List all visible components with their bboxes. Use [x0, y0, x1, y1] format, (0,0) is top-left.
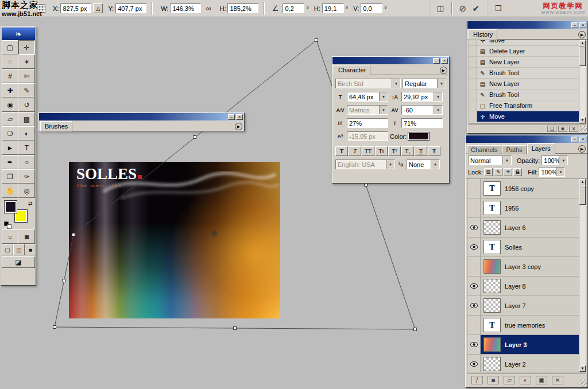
resize-grip[interactable] — [580, 380, 587, 387]
tool-pen[interactable]: ✒ — [2, 155, 18, 169]
tool-clone-stamp[interactable]: ◉ — [2, 98, 18, 112]
delete-state-button[interactable]: ✕ — [569, 126, 578, 132]
small-caps-button[interactable]: Tt — [375, 146, 388, 156]
lock-position-button[interactable]: ✛ — [504, 168, 512, 176]
layer-visibility-toggle[interactable] — [467, 296, 481, 315]
tool-hand[interactable]: ✋ — [2, 184, 18, 198]
brushes-titlebar[interactable]: – × — [39, 113, 244, 120]
history-source-box[interactable] — [469, 100, 477, 111]
minimize-button[interactable]: – — [571, 137, 578, 142]
close-button[interactable]: × — [579, 137, 586, 142]
adobe-online-button[interactable]: ❧ — [2, 28, 35, 40]
scrollbar-thumb[interactable] — [579, 46, 586, 66]
fill-select[interactable]: 100%▼ — [539, 167, 565, 177]
y-input[interactable]: 407,7 px — [115, 3, 146, 13]
tool-eyedropper[interactable]: ✑ — [18, 169, 35, 184]
layer-row[interactable]: T1956 copy — [467, 179, 579, 199]
commit-transform-button[interactable]: ✔ — [470, 3, 482, 14]
lock-transparency-button[interactable]: ▨ — [484, 168, 493, 176]
history-source-box[interactable] — [469, 68, 477, 78]
tool-notes[interactable]: ❐ — [2, 169, 18, 184]
blend-mode-select[interactable]: Normal▼ — [468, 155, 512, 165]
layer-row[interactable]: TSolles — [467, 238, 579, 257]
tab-brushes[interactable]: Brushes — [40, 121, 72, 131]
text-color-swatch[interactable] — [408, 133, 429, 140]
all-caps-button[interactable]: TT — [362, 146, 374, 156]
adjustment-layer-button[interactable]: ◐ — [520, 376, 531, 384]
layer-row[interactable]: TLayer 3 copy — [467, 257, 579, 277]
scroll-up-icon[interactable]: ▲ — [579, 40, 586, 46]
palette-menu-button[interactable]: ▶ — [235, 123, 242, 130]
imageready-jump-icon[interactable]: ❒ — [493, 4, 504, 13]
history-item[interactable]: ✛Move — [469, 111, 579, 122]
hskew-input[interactable]: 19,1 — [322, 3, 344, 13]
dropdown-arrow-icon[interactable]: ▼ — [379, 92, 388, 101]
history-titlebar[interactable]: – × — [467, 21, 587, 29]
layer-row[interactable]: TLayer 6 — [467, 218, 579, 238]
transform-handle[interactable] — [194, 136, 196, 139]
tool-healing-brush[interactable]: ✚ — [2, 83, 18, 98]
layer-visibility-toggle[interactable] — [467, 199, 481, 217]
jump-to-imageready-button[interactable]: ◪ — [2, 256, 35, 268]
dropdown-arrow-icon[interactable]: ▼ — [434, 92, 442, 101]
height-input[interactable]: 185,2% — [227, 3, 258, 13]
layer-thumbnail[interactable]: T — [483, 181, 501, 196]
dropdown-arrow-icon[interactable]: ▼ — [431, 160, 439, 169]
x-input[interactable]: 827,5 px — [60, 3, 91, 13]
layer-visibility-toggle[interactable] — [467, 355, 481, 372]
lock-all-button[interactable] — [513, 168, 522, 176]
tab-history[interactable]: History — [469, 29, 497, 40]
layer-visibility-toggle[interactable] — [467, 257, 481, 276]
layer-thumbnail[interactable]: T — [483, 240, 501, 254]
history-scrollbar[interactable]: ▲ ▼ — [579, 40, 586, 124]
layer-visibility-toggle[interactable] — [467, 238, 481, 256]
new-snapshot-button[interactable]: ◙ — [558, 126, 567, 132]
layer-visibility-toggle[interactable] — [467, 316, 481, 334]
tool-ellipse[interactable]: ○ — [18, 155, 35, 169]
transform-handle[interactable] — [63, 279, 65, 282]
quick-mask-mode-button[interactable]: ◙ — [18, 229, 35, 244]
transform-handle[interactable] — [414, 328, 417, 331]
palette-menu-button[interactable]: ▶ — [578, 145, 586, 153]
close-button[interactable]: × — [441, 58, 448, 64]
history-source-box[interactable] — [469, 46, 477, 56]
scroll-down-icon[interactable]: ▼ — [579, 365, 586, 372]
tool-history-brush[interactable]: ↺ — [18, 98, 35, 112]
layers-scrollbar[interactable]: ▲ ▼ — [579, 178, 586, 372]
layer-row[interactable]: TLayer 3 — [467, 335, 579, 355]
layer-row[interactable]: TLayer 8 — [467, 277, 579, 296]
dropdown-arrow-icon[interactable]: ▼ — [392, 79, 400, 88]
minimize-button[interactable]: – — [571, 22, 578, 28]
tool-eraser[interactable]: ▱ — [2, 112, 18, 126]
dropdown-arrow-icon[interactable]: ▼ — [386, 160, 394, 169]
default-colors-icon[interactable] — [7, 224, 11, 229]
minimize-button[interactable]: – — [228, 114, 235, 120]
transform-handle[interactable] — [53, 326, 56, 329]
strikethrough-button[interactable]: Ŧ — [428, 146, 440, 156]
tool-type[interactable]: T — [18, 141, 35, 155]
dropdown-arrow-icon[interactable]: ▼ — [559, 156, 567, 165]
dropdown-arrow-icon[interactable]: ▼ — [502, 156, 511, 165]
tool-path-selection[interactable]: ► — [2, 141, 18, 155]
tab-paths[interactable]: Paths — [502, 145, 526, 154]
history-source-box[interactable] — [469, 111, 477, 122]
layer-row[interactable]: TLayer 2 — [467, 355, 579, 372]
layer-thumbnail[interactable]: T — [483, 201, 501, 215]
history-source-box[interactable] — [469, 40, 477, 45]
document-image[interactable]: SOLLES the memories — [69, 162, 280, 318]
tool-lasso[interactable]: ◌ — [2, 55, 18, 69]
transform-handle[interactable] — [234, 327, 237, 330]
fullscreen-menu-button[interactable]: ◫ — [13, 244, 25, 255]
font-style-select[interactable]: Regular▼ — [403, 79, 446, 88]
history-item[interactable]: ✎Brush Tool — [469, 68, 579, 79]
layers-titlebar[interactable]: – × — [466, 135, 587, 143]
layer-thumbnail[interactable]: T — [483, 357, 501, 371]
tool-brush[interactable]: ✎ — [18, 83, 35, 98]
font-family-select[interactable]: Birch Std▼ — [335, 79, 401, 88]
standard-mode-button[interactable]: ○ — [2, 229, 18, 244]
tool-slice[interactable]: ✄ — [18, 69, 35, 83]
layer-thumbnail[interactable]: T — [483, 318, 501, 332]
palette-menu-button[interactable]: ▶ — [578, 31, 586, 38]
link-dimensions-icon[interactable]: ∞ — [203, 4, 214, 13]
underline-button[interactable]: T — [415, 146, 427, 156]
